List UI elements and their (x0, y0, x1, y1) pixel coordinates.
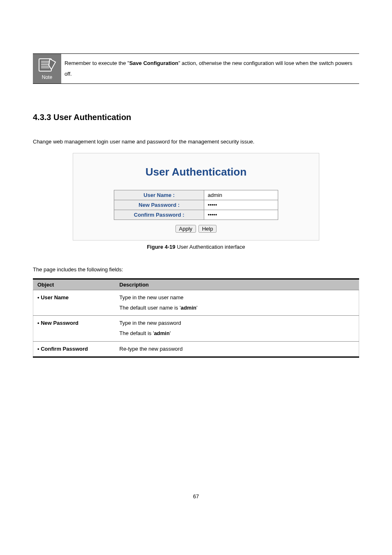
desc-line2-bold: admin (181, 305, 196, 311)
desc-line2-bold: admin (154, 330, 170, 336)
username-input[interactable] (208, 192, 249, 198)
row-description: Re-type the new password (115, 341, 359, 357)
auth-table: User Name : New Password : Confirm Passw… (114, 190, 278, 220)
auth-title: User Authentication (78, 166, 314, 178)
newpass-input[interactable] (208, 202, 249, 208)
row-object: • New Password (33, 316, 115, 341)
desc-line2-post: ' (196, 305, 197, 311)
note-icon (37, 57, 57, 74)
table-row: • User Name Type in the new user name Th… (33, 290, 359, 316)
figure-text: User Authentication interface (175, 244, 245, 250)
username-label: User Name : (114, 190, 204, 200)
desc-line1: Type in the new password (120, 320, 181, 326)
desc-line1: Re-type the new password (120, 346, 183, 352)
figure-caption: Figure 4-19 User Authentication interfac… (33, 244, 359, 250)
auth-row-newpass: New Password : (114, 200, 278, 210)
fields-header-row: Object Description (33, 279, 359, 290)
table-row: • Confirm Password Re-type the new passw… (33, 341, 359, 357)
user-auth-panel: User Authentication User Name : New Pass… (73, 153, 319, 240)
figure-label: Figure 4-19 (147, 244, 175, 250)
row-object: • User Name (33, 290, 115, 316)
auth-row-username: User Name : (114, 190, 278, 200)
desc-line2-pre: The default is ' (120, 330, 154, 336)
desc-line2-pre: The default user name is ' (120, 305, 181, 311)
row-description: Type in the new user name The default us… (115, 290, 359, 316)
row-description: Type in the new password The default is … (115, 316, 359, 341)
table-row: • New Password Type in the new password … (33, 316, 359, 341)
help-button[interactable]: Help (198, 225, 217, 233)
confirmpass-label: Confirm Password : (114, 210, 204, 220)
page-number: 67 (33, 493, 359, 500)
auth-row-confirmpass: Confirm Password : (114, 210, 278, 220)
section-heading: 4.3.3 User Authentication (33, 113, 359, 122)
note-callout: Note Remember to execute the "Save Confi… (33, 53, 359, 84)
apply-button[interactable]: Apply (175, 225, 196, 233)
note-label: Note (42, 74, 52, 80)
header-description: Description (115, 279, 359, 290)
auth-buttons: Apply Help (78, 225, 314, 233)
note-icon-cell: Note (33, 54, 61, 83)
newpass-label: New Password : (114, 200, 204, 210)
desc-line1: Type in the new user name (120, 294, 184, 301)
fields-intro: The page includes the following fields: (33, 266, 359, 273)
note-text: Remember to execute the "Save Configurat… (61, 54, 359, 83)
fields-table: Object Description • User Name Type in t… (33, 278, 359, 358)
desc-line2-post: ' (170, 330, 171, 336)
note-text-bold: Save Configuration (129, 60, 178, 66)
row-object: • Confirm Password (33, 341, 115, 357)
note-text-prefix: Remember to execute the " (65, 60, 129, 66)
section-description: Change web management login user name an… (33, 139, 359, 145)
confirmpass-input[interactable] (208, 212, 249, 218)
header-object: Object (33, 279, 115, 290)
